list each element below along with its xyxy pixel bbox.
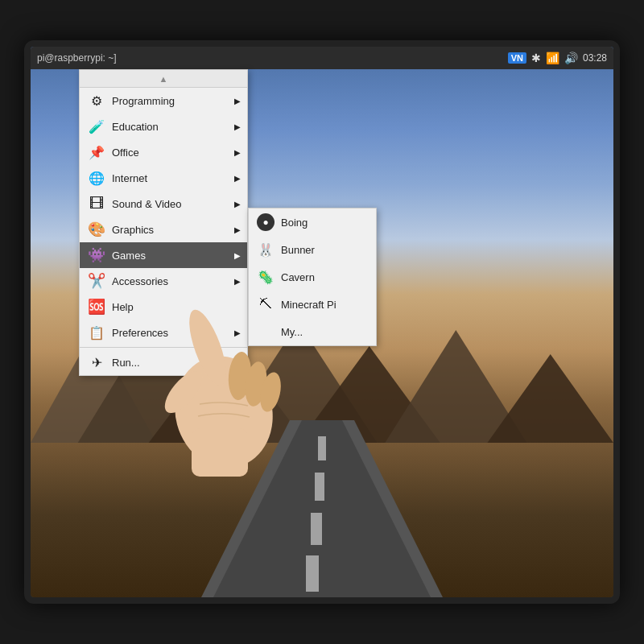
arrow-icon: ▶ [234,200,241,208]
arrow-icon: ▶ [234,148,241,157]
volume-icon[interactable]: 🔊 [564,52,578,64]
wifi-icon[interactable]: 📶 [546,52,559,64]
boing-icon: ● [257,213,275,231]
game-boing[interactable]: ● Boing [249,208,376,236]
education-icon: 🧪 [88,118,105,135]
arrow-icon: ▶ [234,97,241,105]
svg-rect-9 [318,436,326,460]
games-icon: 👾 [88,246,105,264]
programming-label: Programming [112,95,175,107]
game-my[interactable]: My... [249,318,376,345]
app-menu: ▲ ⚙ Programming ▶ 🧪 Education ▶ 📌 Office… [79,69,248,376]
menu-item-programming[interactable]: ⚙ Programming ▶ [80,88,247,114]
accessories-label: Accessories [112,275,168,287]
vnc-icon[interactable]: VN [508,52,526,64]
my-icon [257,323,275,341]
clock: 03:28 [583,52,607,64]
help-label: Help [112,301,134,313]
graphics-label: Graphics [112,224,154,236]
terminal-label[interactable]: pi@raspberrypi: ~] [37,52,117,64]
bunner-label: Bunner [281,244,315,256]
games-submenu: ● Boing 🐰 Bunner 🦠 Cavern ⛏ Minecraft Pi… [248,208,377,346]
minecraft-label: Minecraft Pi [281,299,336,311]
minecraft-icon: ⛏ [257,295,275,313]
game-minecraft[interactable]: ⛏ Minecraft Pi [249,291,376,318]
game-bunner[interactable]: 🐰 Bunner [249,236,376,263]
bluetooth-icon[interactable]: ✱ [531,52,541,64]
menu-item-accessories[interactable]: ✂️ Accessories ▶ [80,268,247,294]
cavern-label: Cavern [281,271,315,283]
game-cavern[interactable]: 🦠 Cavern [249,263,376,291]
menu-item-run[interactable]: ✈ Run... [80,349,247,375]
boing-label: Boing [281,217,308,229]
menu-item-help[interactable]: 🆘 Help [80,294,247,320]
bunner-icon: 🐰 [257,241,275,258]
preferences-label: Preferences [112,327,168,339]
run-label: Run... [112,357,140,369]
accessories-icon: ✂️ [88,272,105,290]
arrow-icon: ▶ [234,225,241,234]
monitor: pi@raspberrypi: ~] VN ✱ 📶 🔊 03:28 ▲ ⚙ Pr… [24,40,620,604]
programming-icon: ⚙ [88,92,105,109]
arrow-icon: ▶ [234,277,241,286]
preferences-icon: 📋 [88,324,105,341]
svg-rect-12 [306,555,319,592]
graphics-icon: 🎨 [88,221,105,238]
office-label: Office [112,147,139,159]
svg-rect-11 [311,513,322,545]
internet-icon: 🌐 [88,169,105,187]
help-icon: 🆘 [88,298,105,316]
menu-item-internet[interactable]: 🌐 Internet ▶ [80,165,247,191]
menu-item-office[interactable]: 📌 Office ▶ [80,139,247,165]
games-label: Games [112,250,146,262]
my-label: My... [281,326,303,338]
menu-header: ▲ [80,70,247,88]
arrow-icon: ▶ [234,122,241,131]
svg-rect-10 [315,473,324,501]
sound-video-label: Sound & Video [112,198,182,210]
office-icon: 📌 [88,143,105,161]
arrow-icon: ▶ [234,251,241,260]
run-icon: ✈ [88,353,105,371]
arrow-icon: ▶ [234,174,241,183]
education-label: Education [112,121,159,133]
internet-label: Internet [112,172,147,184]
menu-item-graphics[interactable]: 🎨 Graphics ▶ [80,217,247,242]
menu-item-education[interactable]: 🧪 Education ▶ [80,114,247,139]
screen: pi@raspberrypi: ~] VN ✱ 📶 🔊 03:28 ▲ ⚙ Pr… [31,47,613,597]
menu-item-games[interactable]: 👾 Games ▶ [80,242,247,268]
svg-marker-6 [487,354,613,443]
menu-separator [80,347,247,348]
taskbar: pi@raspberrypi: ~] VN ✱ 📶 🔊 03:28 [31,47,613,69]
cavern-icon: 🦠 [257,268,275,286]
taskbar-icons: VN ✱ 📶 🔊 03:28 [508,52,607,64]
sound-video-icon: 🎞 [88,195,105,213]
menu-item-sound-video[interactable]: 🎞 Sound & Video ▶ [80,191,247,217]
arrow-icon: ▶ [234,328,241,337]
menu-item-preferences[interactable]: 📋 Preferences ▶ [80,320,247,345]
